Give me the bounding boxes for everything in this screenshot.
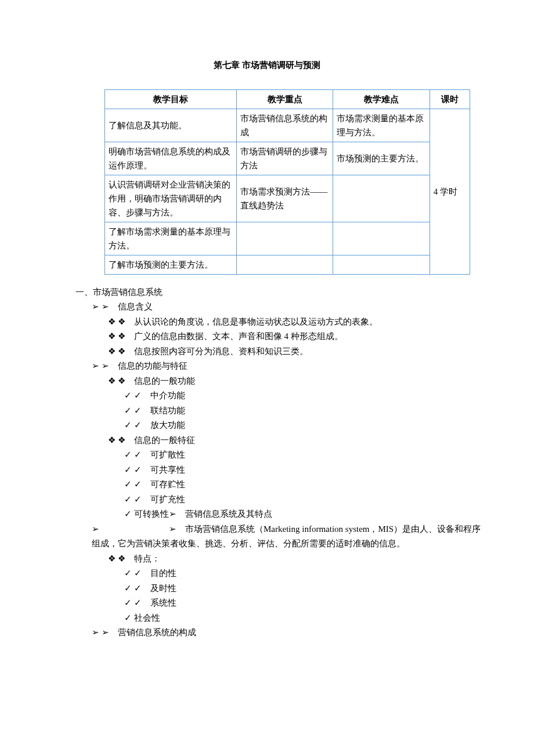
item-general-char: ❖ ❖ 信息的一般特征 xyxy=(108,433,488,448)
feat-b: ✓ ✓ 及时性 xyxy=(124,581,488,596)
cell-focus-1: 市场营销信息系统的构成 xyxy=(237,109,333,142)
cell-focus-4 xyxy=(237,222,333,255)
item-info-feature: ➢ ➢ 信息的功能与特征 xyxy=(92,359,488,374)
cell-focus-5 xyxy=(237,255,333,274)
cell-diff-2: 市场预测的主要方法。 xyxy=(333,142,430,175)
cell-goal-5: 了解市场预测的主要方法。 xyxy=(105,255,237,274)
feat-c: ✓ ✓ 系统性 xyxy=(124,596,488,611)
cell-diff-1: 市场需求测量的基本原理与方法。 xyxy=(333,109,430,142)
cell-diff-4 xyxy=(333,222,430,255)
item-mis-structure: ➢ ➢ 营销信息系统的构成 xyxy=(92,625,488,640)
th-focus: 教学重点 xyxy=(237,89,333,109)
func-b: ✓ ✓ 联结功能 xyxy=(124,404,488,419)
cell-diff-3 xyxy=(333,175,430,222)
char-b: ✓ ✓ 可共享性 xyxy=(124,463,488,478)
cell-diff-5 xyxy=(333,255,430,274)
item-info-meaning: ➢ ➢ 信息含义 xyxy=(92,300,488,315)
cell-hours: 4 学时 xyxy=(430,109,470,274)
chapter-title: 第七章 市场营销调研与预测 xyxy=(46,58,488,73)
th-hours: 课时 xyxy=(430,89,470,109)
char-c: ✓ ✓ 可存贮性 xyxy=(124,477,488,492)
cell-goal-3: 认识营销调研对企业营销决策的作用，明确市场营销调研的内容、步骤与方法。 xyxy=(105,175,237,222)
feat-a: ✓ ✓ 目的性 xyxy=(124,566,488,581)
cell-goal-1: 了解信息及其功能。 xyxy=(105,109,237,142)
char-e: ✓ 可转换性➢ 营销信息系统及其特点 xyxy=(124,507,488,522)
func-c: ✓ ✓ 放大功能 xyxy=(124,418,488,433)
cell-goal-2: 明确市场营销信息系统的构成及运作原理。 xyxy=(105,142,237,175)
th-goal: 教学目标 xyxy=(105,89,237,109)
section-1-heading: 一、市场营销信息系统 xyxy=(75,285,488,300)
item-info-meaning-3: ❖ ❖ 信息按照内容可分为消息、资料和知识三类。 xyxy=(108,344,488,359)
item-info-meaning-2: ❖ ❖ 广义的信息由数据、文本、声音和图像 4 种形态组成。 xyxy=(108,329,488,344)
cell-focus-3: 市场需求预测方法——直线趋势法 xyxy=(237,175,333,222)
overview-table: 教学目标 教学重点 教学难点 课时 了解信息及其功能。 市场营销信息系统的构成 … xyxy=(104,89,470,275)
char-a: ✓ ✓ 可扩散性 xyxy=(124,448,488,463)
cell-focus-2: 市场营销调研的步骤与方法 xyxy=(237,142,333,175)
th-difficulty: 教学难点 xyxy=(333,89,430,109)
outline-content: 一、市场营销信息系统 ➢ ➢ 信息含义 ❖ ❖ 从认识论的角度说，信息是事物运动… xyxy=(75,285,488,640)
char-d: ✓ ✓ 可扩充性 xyxy=(124,492,488,507)
mis-definition: ➢ ➢ 市场营销信息系统（Marketing information syste… xyxy=(92,522,488,552)
func-a: ✓ ✓ 中介功能 xyxy=(124,388,488,404)
item-general-func: ❖ ❖ 信息的一般功能 xyxy=(108,374,488,389)
feat-d: ✓ 社会性 xyxy=(124,611,488,626)
item-features: ❖ ❖ 特点： xyxy=(108,552,488,567)
item-info-meaning-1: ❖ ❖ 从认识论的角度说，信息是事物运动状态以及运动方式的表象。 xyxy=(108,315,488,330)
cell-goal-4: 了解市场需求测量的基本原理与方法。 xyxy=(105,222,237,255)
